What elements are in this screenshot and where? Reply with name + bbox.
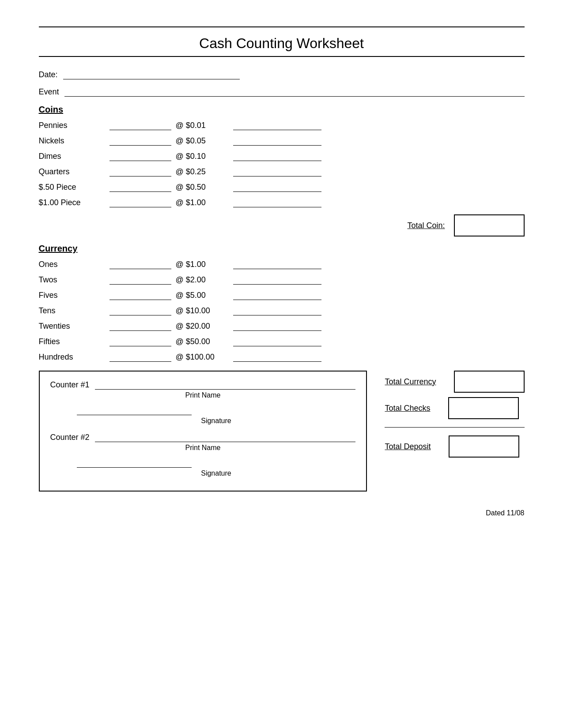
totals-separator: [385, 427, 524, 428]
coin-qty-2[interactable]: [110, 152, 171, 161]
currency-qty-3[interactable]: [110, 307, 171, 315]
coin-label-1: Nickels: [39, 136, 110, 146]
currency-qty-2[interactable]: [110, 291, 171, 300]
page-container: Cash Counting Worksheet Date: Event Coin…: [39, 26, 525, 517]
coin-rate-4: @ $0.50: [176, 183, 224, 192]
currency-qty-1[interactable]: [110, 276, 171, 285]
total-checks-row: Total Checks: [385, 397, 524, 419]
counters-box: Counter #1 Print Name Signature Counter …: [39, 371, 367, 492]
coin-qty-5[interactable]: [110, 199, 171, 207]
currency-label-1: Twos: [39, 275, 110, 285]
counter1-print-name-label: Print Name: [50, 391, 356, 399]
currency-rate-3: @ $10.00: [176, 306, 224, 315]
currency-rate-2: @ $5.00: [176, 291, 224, 300]
bottom-section: Counter #1 Print Name Signature Counter …: [39, 371, 525, 492]
total-checks-box[interactable]: [448, 397, 519, 419]
total-currency-row: Total Currency: [385, 371, 524, 393]
date-input[interactable]: [63, 71, 240, 79]
coin-rate-3: @ $0.25: [176, 167, 224, 176]
currency-result-3[interactable]: [233, 307, 321, 315]
currency-row-5: Fifties @ $50.00: [39, 337, 525, 346]
currency-label-5: Fifties: [39, 337, 110, 346]
event-input[interactable]: [64, 88, 525, 97]
currency-row-0: Ones @ $1.00: [39, 260, 525, 269]
total-checks-label: Total Checks: [385, 404, 430, 413]
counter2-name-input[interactable]: [95, 433, 356, 442]
coin-result-0[interactable]: [233, 121, 321, 130]
coin-result-3[interactable]: [233, 168, 321, 176]
coin-result-2[interactable]: [233, 152, 321, 161]
currency-label-0: Ones: [39, 260, 110, 269]
coins-list: Pennies @ $0.01 Nickels @ $0.05 Dimes @ …: [39, 121, 525, 207]
coin-result-1[interactable]: [233, 137, 321, 146]
coin-label-2: Dimes: [39, 152, 110, 161]
counter2-signature-line[interactable]: [77, 459, 192, 468]
coin-rate-0: @ $0.01: [176, 121, 224, 130]
top-rule: [39, 26, 525, 27]
currency-label-2: Fives: [39, 291, 110, 300]
total-deposit-box[interactable]: [449, 435, 519, 458]
coin-qty-1[interactable]: [110, 137, 171, 146]
coin-label-4: $.50 Piece: [39, 183, 110, 192]
currency-section-title: Currency: [39, 244, 525, 254]
coin-rate-5: @ $1.00: [176, 198, 224, 207]
coin-qty-4[interactable]: [110, 183, 171, 192]
coin-result-5[interactable]: [233, 199, 321, 207]
total-currency-label: Total Currency: [385, 377, 436, 387]
coin-qty-3[interactable]: [110, 168, 171, 176]
total-coin-box[interactable]: [454, 214, 525, 236]
coin-row-1: Nickels @ $0.05: [39, 136, 525, 146]
total-deposit-row: Total Deposit: [385, 435, 524, 458]
counter1-signature-line[interactable]: [77, 406, 192, 415]
counter2-row: Counter #2: [50, 433, 356, 442]
coin-rate-2: @ $0.10: [176, 152, 224, 161]
currency-qty-6[interactable]: [110, 353, 171, 362]
currency-rate-5: @ $50.00: [176, 337, 224, 346]
coins-section-title: Coins: [39, 105, 525, 115]
counter1-label: Counter #1: [50, 380, 90, 390]
currency-result-6[interactable]: [233, 353, 321, 362]
coin-label-5: $1.00 Piece: [39, 198, 110, 207]
currency-result-1[interactable]: [233, 276, 321, 285]
counter1-row: Counter #1: [50, 380, 356, 390]
page-title: Cash Counting Worksheet: [39, 31, 525, 56]
event-label: Event: [39, 87, 59, 97]
coin-row-4: $.50 Piece @ $0.50: [39, 183, 525, 192]
currency-result-4[interactable]: [233, 322, 321, 331]
counter2-label: Counter #2: [50, 433, 90, 442]
currency-rate-6: @ $100.00: [176, 353, 224, 362]
coin-label-0: Pennies: [39, 121, 110, 130]
total-currency-box[interactable]: [454, 371, 525, 393]
coin-rate-1: @ $0.05: [176, 136, 224, 146]
counter1-signature-label: Signature: [77, 417, 356, 425]
coin-result-4[interactable]: [233, 183, 321, 192]
coin-label-3: Quarters: [39, 167, 110, 176]
counter1-name-input[interactable]: [95, 381, 356, 390]
coin-row-0: Pennies @ $0.01: [39, 121, 525, 130]
total-coin-row: Total Coin:: [39, 214, 525, 236]
date-label: Date:: [39, 70, 58, 79]
currency-qty-0[interactable]: [110, 260, 171, 269]
currency-label-6: Hundreds: [39, 353, 110, 362]
currency-result-5[interactable]: [233, 338, 321, 346]
currency-rate-4: @ $20.00: [176, 322, 224, 331]
coin-row-3: Quarters @ $0.25: [39, 167, 525, 176]
coin-row-2: Dimes @ $0.10: [39, 152, 525, 161]
currency-result-2[interactable]: [233, 291, 321, 300]
currency-row-3: Tens @ $10.00: [39, 306, 525, 315]
total-coin-label: Total Coin:: [407, 221, 445, 230]
currency-result-0[interactable]: [233, 260, 321, 269]
date-row: Date:: [39, 70, 525, 79]
currency-row-6: Hundreds @ $100.00: [39, 353, 525, 362]
counter2-block: Counter #2 Print Name Signature: [50, 433, 356, 477]
dated-footer: Dated 11/08: [39, 509, 525, 517]
right-totals-area: Total Currency Total Checks Total Deposi…: [385, 371, 524, 492]
currency-label-3: Tens: [39, 306, 110, 315]
currency-qty-4[interactable]: [110, 322, 171, 331]
currency-row-4: Twenties @ $20.00: [39, 322, 525, 331]
currency-rate-0: @ $1.00: [176, 260, 224, 269]
currency-qty-5[interactable]: [110, 338, 171, 346]
counter1-block: Counter #1 Print Name Signature: [50, 380, 356, 425]
coin-qty-0[interactable]: [110, 121, 171, 130]
currency-row-2: Fives @ $5.00: [39, 291, 525, 300]
